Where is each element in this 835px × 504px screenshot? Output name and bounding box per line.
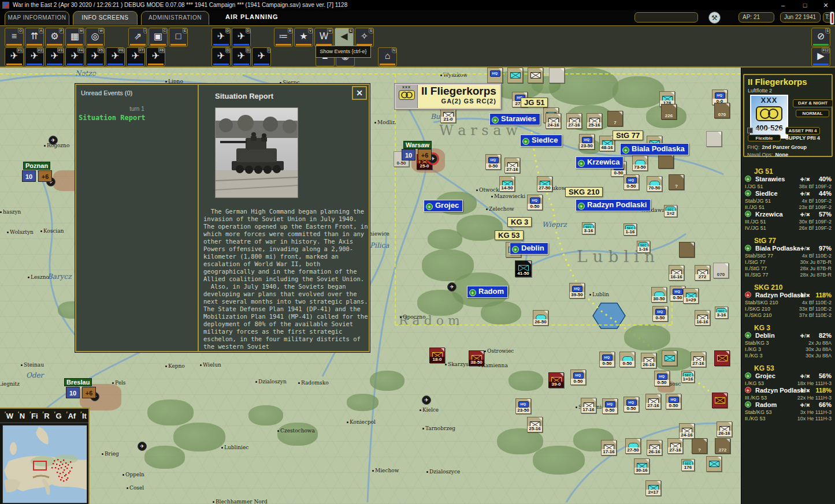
air-unit-row[interactable]: I./StG 7730x Ju 87B-R [741,259,835,266]
city-label[interactable]: Warsaw [403,141,432,149]
edit-mode-button[interactable]: □E [169,28,188,47]
airfield-icon[interactable]: ✈ [447,282,457,292]
unit-counter-sec[interactable]: SEC1-16 [637,241,650,253]
unit-counter-black[interactable]: 41-50 [515,260,532,277]
ring-circles-checkbox[interactable] [747,128,753,133]
air-group-name[interactable]: KG 3 [741,324,835,332]
air-mission-f8-button[interactable]: ✈F8 [146,47,165,66]
day-night-button[interactable]: DAY & NIGHT [793,99,833,107]
unit-counter-brown[interactable] [658,153,674,169]
airfield-icon[interactable]: ✈ [422,395,431,405]
preferences-button[interactable]: ⚙P [45,28,64,47]
unit-counter-inf[interactable]: 25-16 [527,417,543,432]
air-unit-row[interactable]: II./SKG 21037x Bf 110E-2 [741,312,835,319]
air-unit-row[interactable]: III./KG 5322x He 111H-3 [741,395,835,401]
air-base-row[interactable]: ✈Starawies✚/✖40% [741,176,835,184]
unit-counter-inf[interactable]: 24-16 [679,423,695,439]
unit-counter-brown[interactable]: 7 [607,111,623,126]
unit-counter-hq[interactable]: HQ [487,68,503,83]
unit-counter-inf[interactable]: 26-16 [717,421,732,437]
air-unit-row[interactable]: Stab/KG 32x Ju 88A [741,340,835,346]
air-unit-row[interactable]: Stab/KG 533x He 111H-3 [741,409,835,416]
air-mission-f6-button[interactable]: ✈F6 [106,47,125,66]
air-planning-mode-label[interactable]: AIR PLANNING [225,13,278,20]
fly-standdown-toggle[interactable]: ✚/✖ [800,293,810,298]
fly-standdown-toggle[interactable]: ✚/✖ [800,388,810,394]
unit-counter-mot[interactable]: 70-50 [647,176,662,192]
unit-counter-air[interactable]: 2=17 [645,480,661,496]
city-label[interactable]: Poznan [23,162,50,170]
unit-counter-red[interactable] [714,350,730,366]
air-base-row[interactable]: ✈Radzyn Podlaski✚/✖118% [741,387,835,395]
airfield-icon[interactable]: ✈ [49,136,58,145]
unit-counter-inf[interactable] [528,68,543,83]
unit-counter-brown[interactable] [679,242,695,257]
unit-counter-sec[interactable]: SEC1=16 [681,371,695,383]
airfield-icon[interactable]: ✈ [138,442,147,451]
unit-counter-inf[interactable]: 26-16 [641,353,656,368]
asset-priority-button[interactable]: ASSET PRI 4 [785,127,820,135]
air-unit-row[interactable]: II./StG 7728x Ju 87B-R [741,266,835,272]
unit-counter-hq[interactable]: HQ0-50 [624,397,639,412]
unit-counter-brown[interactable]: ? [669,174,684,190]
unit-counter-red[interactable]: 18-0 [429,348,445,363]
unit-counter-red[interactable]: 39-0 [548,372,564,388]
unit-counter-inf[interactable]: 26-16 [647,440,662,456]
minimize-button[interactable]: – [774,0,792,10]
air-group-name[interactable]: StG 77 [741,237,835,245]
commanders-report-button[interactable]: WW [314,28,333,47]
unit-counter-hq[interactable]: HQ0-50 [602,398,618,414]
interdiction-button[interactable]: ✈I [252,47,271,66]
unit-counter-inf[interactable]: 24-16 [545,113,561,129]
unit-counter-sec[interactable]: SEC3-16 [715,307,728,319]
unit-counter-inf[interactable]: 25-16 [587,113,602,129]
unit-modes-button[interactable]: ⇈A [25,28,44,47]
air-base-map-label[interactable]: ✈Siedlce [520,135,562,147]
fly-standdown-toggle[interactable]: ✚/✖ [800,212,810,218]
unit-counter-sec[interactable]: SEC3-16 [582,222,595,234]
stand-down-button[interactable]: ⊘S [811,28,830,47]
tab-administration[interactable]: ADMINISTRATION [141,11,209,25]
air-group-name[interactable]: JG 51 [741,167,835,176]
unit-counter-inf[interactable]: 27-16 [566,113,582,129]
air-base-map-label[interactable]: ✈Grojec [424,200,463,212]
air-base-map-label[interactable]: ✈Biala Podlaska [620,143,689,155]
show-events-button[interactable]: ◀E [335,28,354,47]
minimap-filter-n[interactable]: ’N [17,409,25,424]
unit-counter-air[interactable]: 27-50 [537,176,552,192]
air-group-map-label[interactable]: JG 51 [521,98,548,107]
unit-counter-red[interactable]: 38-50 [469,350,484,366]
unit-counter-sec[interactable]: SEC1-16 [624,223,637,236]
unit-counter-inf[interactable]: 27-16 [667,438,683,454]
air-mission-f7-button[interactable]: ✈F7 [126,47,145,66]
unit-counter-brown[interactable]: 226 [661,104,677,120]
unit-counter-inf[interactable]: 16-16 [669,265,684,281]
air-directive-bomb-button[interactable]: ✈D [211,47,231,66]
unit-counter-inf[interactable]: 17-16 [601,440,617,456]
order-of-battle-button[interactable]: ≔B [274,28,293,47]
unit-counter-hq[interactable]: HQ0-50 [599,352,615,367]
air-group-map-label[interactable]: StG 77 [613,130,643,140]
air-directive-list-button[interactable]: ✈D [232,28,251,47]
fly-standdown-toggle[interactable]: ✚/✖ [800,177,810,182]
end-turn-button[interactable]: ▶F12 [811,47,830,66]
unit-counter-air[interactable] [662,350,677,366]
unit-counter-blank[interactable]: 070 [713,263,729,278]
unit-counter-inf[interactable]: 27-16 [691,352,706,367]
save-game-button[interactable]: ✧S [355,28,374,47]
air-base-row[interactable]: ✈Radom✚/✖66% [741,401,835,409]
unit-counter-hq[interactable]: HQ0-50 [527,195,543,210]
tools-icon[interactable]: ⚒ [708,12,721,24]
unit-counter-air[interactable] [507,68,523,83]
unit-counter-inf[interactable]: 16-16 [695,310,710,326]
supply-priority-label[interactable]: SUPPLY PRI 4 [785,135,820,141]
minimap-filter-it[interactable]: ’It [80,409,87,424]
air-mission-f3-button[interactable]: ✈F3 [45,47,64,66]
event-list-item[interactable]: Situation Report [79,114,146,122]
weather-button[interactable]: ◎W [86,28,105,47]
fly-standdown-toggle[interactable]: ✚/✖ [800,374,810,379]
air-hq-banner[interactable]: XXX II Fliegerkorps GA(2) GS RC(2) [395,84,501,109]
air-unit-row[interactable]: I./JG 5138x Bf 109F-2 [741,184,835,190]
map-information-button[interactable]: ▦M [65,28,84,47]
maximize-button[interactable]: □ [796,0,814,10]
